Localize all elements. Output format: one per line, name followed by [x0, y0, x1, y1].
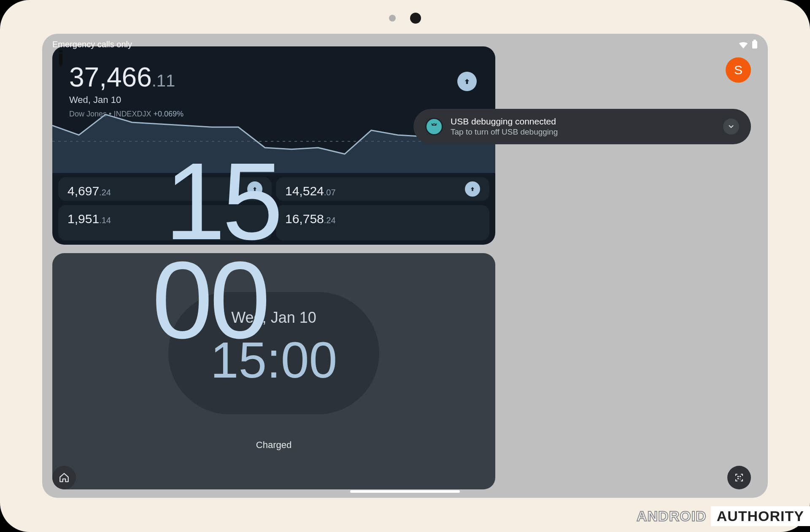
stock-tile-sp500[interactable]: 4,697.24 S&P 500 +0.18%: [58, 177, 272, 201]
stock-tile-3[interactable]: 1,951.14: [58, 205, 272, 240]
clock-pill: Wed, Jan 10 15:00: [168, 292, 379, 414]
proximity-sensor-icon: [389, 15, 396, 22]
svg-rect-1: [753, 40, 756, 41]
toast-subtitle: Tap to turn off USB debugging: [451, 127, 558, 137]
battery-status-label: Charged: [256, 440, 292, 451]
home-icon: [59, 472, 70, 483]
status-icons: [738, 40, 758, 49]
arrow-up-icon: [463, 78, 471, 85]
tile-int: 1,951: [68, 212, 99, 226]
stocks-main-int: 37,466: [69, 62, 152, 92]
tile-dec: .24: [324, 216, 336, 225]
tile-name: S&P 500: [68, 200, 262, 201]
tile-int: 14,524: [285, 184, 324, 198]
sensor-cluster: [389, 13, 421, 24]
clock-widget-date: Wed, Jan 10: [211, 309, 337, 327]
tile-trend-icon: [465, 181, 480, 197]
arrow-up-icon: [252, 186, 258, 192]
front-camera-icon: [410, 13, 421, 24]
chevron-down-icon: [727, 123, 735, 130]
status-bar: Emergency calls only: [42, 34, 768, 55]
toast-text: USB debugging connected Tap to turn off …: [451, 116, 558, 137]
toast-expand-button[interactable]: [723, 119, 739, 135]
tile-dec: .07: [324, 188, 336, 197]
svg-point-4: [435, 124, 436, 125]
smart-home-button[interactable]: [52, 466, 76, 489]
battery-icon: [752, 40, 758, 49]
svg-rect-0: [752, 41, 757, 49]
stock-tile-nasdaq[interactable]: 14,524.07 Nasdaq +0.095%: [276, 177, 489, 201]
stocks-tiles-grid: 4,697.24 S&P 500 +0.18% 14,524.07 Nasdaq…: [52, 173, 495, 245]
tile-trend-icon: [247, 181, 262, 197]
tile-int: 4,697: [68, 184, 99, 198]
tile-name: Nasdaq: [285, 200, 480, 201]
status-network-label: Emergency calls only: [52, 40, 132, 49]
arrow-up-icon: [470, 186, 475, 192]
clock-widget-time: 15:00: [211, 331, 337, 389]
tile-int: 16,758: [285, 212, 324, 226]
stock-tile-4[interactable]: 16,758.24: [276, 205, 489, 240]
tile-dec: .14: [99, 216, 111, 225]
toast-title: USB debugging connected: [451, 116, 558, 127]
usb-debugging-notification[interactable]: USB debugging connected Tap to turn off …: [413, 109, 751, 144]
watermark-left: ANDROID: [632, 506, 711, 526]
tablet-bezel: Emergency calls only S: [0, 0, 810, 532]
qr-scan-button[interactable]: [727, 466, 751, 489]
watermark-right: AUTHORITY: [711, 506, 810, 526]
stocks-main-date: Wed, Jan 10: [69, 95, 478, 105]
gesture-nav-bar[interactable]: [350, 490, 460, 493]
stocks-widget[interactable]: 37,466.11 Wed, Jan 10 Dow Jones • INDEXD…: [52, 46, 495, 245]
svg-point-3: [433, 124, 434, 125]
stocks-main-price: 37,466.11: [69, 62, 478, 93]
user-avatar[interactable]: S: [726, 57, 751, 83]
android-head-icon: [425, 118, 443, 135]
stocks-main-dec: .11: [152, 71, 176, 90]
avatar-initial: S: [734, 63, 742, 77]
source-watermark: ANDROID AUTHORITY: [632, 506, 810, 526]
screen: Emergency calls only S: [42, 34, 768, 498]
wifi-icon: [738, 40, 748, 49]
qr-icon: [734, 473, 744, 483]
clock-widget[interactable]: Wed, Jan 10 15:00 Charged: [52, 253, 495, 489]
stocks-main-trend-icon: [457, 72, 477, 91]
tile-dec: .24: [99, 188, 111, 197]
